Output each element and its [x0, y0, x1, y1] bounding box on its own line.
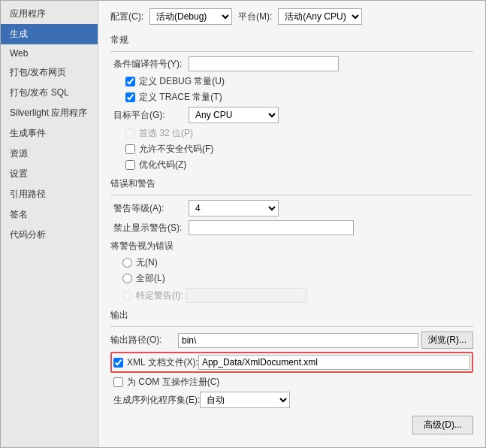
unsafe-code-label: 允许不安全代码(F) — [139, 143, 213, 156]
sidebar-item-signing[interactable]: 签名 — [1, 204, 98, 225]
bottom-buttons: 高级(D)... — [110, 416, 473, 434]
browse-button[interactable]: 浏览(R)... — [421, 331, 473, 349]
com-register-row: 为 COM 互操作注册(C) — [110, 376, 473, 389]
no-warnings-row: 无(N) — [110, 256, 473, 269]
define-debug-row: 定义 DEBUG 常量(U) — [110, 75, 473, 88]
config-select[interactable]: 活动(Debug) — [149, 8, 232, 25]
sidebar-item-silverlight[interactable]: Silverlight 应用程序 — [1, 103, 98, 123]
no-warnings-radio[interactable] — [122, 258, 132, 268]
condition-symbol-label: 条件编译符号(Y): — [113, 58, 189, 71]
serialization-label: 生成序列化程序集(E): — [113, 394, 200, 407]
sidebar-item-build[interactable]: 生成 — [1, 24, 98, 44]
top-bar: 配置(C): 活动(Debug) 平台(M): 活动(Any CPU) — [110, 8, 473, 25]
sidebar-item-publish-sql[interactable]: 打包/发布 SQL — [1, 83, 98, 103]
warning-level-select[interactable]: 4 — [189, 200, 279, 216]
serialization-select[interactable]: 自动 — [200, 392, 290, 408]
suppress-warnings-label: 禁止显示警告(S): — [113, 222, 189, 235]
xml-doc-label: XML 文档文件(X): — [127, 356, 198, 369]
optimize-checkbox[interactable] — [125, 160, 135, 170]
warning-level-label: 警告等级(A): — [113, 202, 189, 215]
specific-warnings-label: 特定警告(I): — [136, 289, 183, 302]
sidebar-item-reference-paths[interactable]: 引用路径 — [1, 184, 98, 204]
sidebar-item-app[interactable]: 应用程序 — [1, 4, 98, 24]
define-debug-label: 定义 DEBUG 常量(U) — [139, 75, 225, 88]
all-warnings-radio[interactable] — [122, 274, 132, 283]
condition-symbol-row: 条件编译符号(Y): — [110, 56, 473, 71]
all-warnings-row: 全部(L) — [110, 272, 473, 285]
condition-symbol-input[interactable] — [189, 56, 339, 71]
sidebar-item-web[interactable]: Web — [1, 44, 98, 62]
no-warnings-label: 无(N) — [136, 256, 158, 269]
sidebar-item-settings[interactable]: 设置 — [1, 164, 98, 184]
optimize-label: 优化代码(Z) — [139, 159, 186, 171]
define-trace-checkbox[interactable] — [125, 92, 135, 102]
target-platform-label: 目标平台(G): — [113, 109, 189, 122]
sidebar-item-build-events[interactable]: 生成事件 — [1, 123, 98, 144]
output-path-label: 输出路径(O): — [110, 334, 178, 347]
specific-warnings-radio[interactable] — [122, 291, 132, 301]
sidebar-item-resources[interactable]: 资源 — [1, 144, 98, 164]
config-label: 配置(C): — [110, 11, 143, 23]
optimize-row: 优化代码(Z) — [110, 159, 473, 171]
main-content: 配置(C): 活动(Debug) 平台(M): 活动(Any CPU) 常规 条… — [98, 1, 485, 447]
output-path-input[interactable] — [178, 333, 418, 348]
all-warnings-label: 全部(L) — [136, 272, 165, 285]
sidebar: 应用程序 生成 Web 打包/发布网页 打包/发布 SQL Silverligh… — [1, 1, 98, 447]
unsafe-code-checkbox[interactable] — [125, 144, 135, 154]
main-window: 应用程序 生成 Web 打包/发布网页 打包/发布 SQL Silverligh… — [0, 0, 486, 448]
define-trace-label: 定义 TRACE 常量(T) — [139, 91, 222, 104]
unsafe-code-row: 允许不安全代码(F) — [110, 143, 473, 156]
target-platform-select[interactable]: Any CPU — [189, 107, 279, 123]
xml-doc-checkbox[interactable] — [113, 358, 123, 368]
section-output: 输出 — [110, 309, 473, 322]
specific-warnings-input[interactable] — [186, 288, 306, 303]
section-treat-warnings: 将警告视为错误 — [110, 240, 473, 253]
xml-doc-row: XML 文档文件(X): — [110, 352, 473, 373]
target-platform-row: 目标平台(G): Any CPU — [110, 107, 473, 123]
specific-warnings-row: 特定警告(I): — [110, 288, 473, 303]
com-register-label: 为 COM 互操作注册(C) — [127, 376, 219, 389]
output-path-row: 输出路径(O): 浏览(R)... — [110, 331, 473, 349]
com-register-checkbox[interactable] — [113, 377, 123, 387]
platform-select[interactable]: 活动(Any CPU) — [278, 8, 362, 25]
sidebar-item-code-analysis[interactable]: 代码分析 — [1, 225, 98, 245]
sidebar-item-publish-page[interactable]: 打包/发布网页 — [1, 62, 98, 83]
suppress-warnings-row: 禁止显示警告(S): — [110, 220, 473, 235]
prefer32-label: 首选 32 位(P) — [139, 127, 193, 140]
define-debug-checkbox[interactable] — [125, 77, 135, 86]
xml-doc-input[interactable] — [198, 355, 470, 370]
section-general: 常规 — [110, 34, 473, 47]
prefer32-checkbox[interactable] — [125, 129, 135, 138]
define-trace-row: 定义 TRACE 常量(T) — [110, 91, 473, 104]
advanced-button[interactable]: 高级(D)... — [412, 416, 473, 434]
section-errors: 错误和警告 — [110, 177, 473, 190]
suppress-warnings-input[interactable] — [189, 220, 354, 235]
warning-level-row: 警告等级(A): 4 — [110, 200, 473, 216]
serialization-row: 生成序列化程序集(E): 自动 — [110, 392, 473, 408]
prefer32-row: 首选 32 位(P) — [110, 127, 473, 140]
platform-label: 平台(M): — [238, 11, 272, 23]
